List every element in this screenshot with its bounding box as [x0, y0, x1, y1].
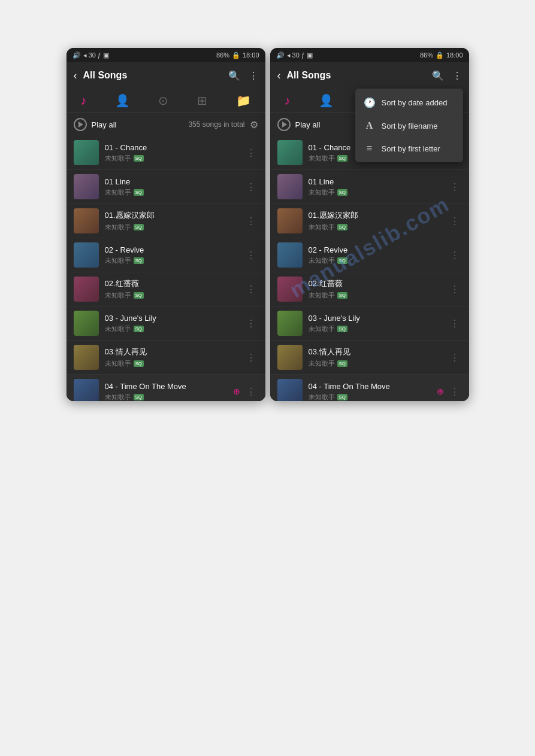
status-bar-right: 🔊 ◂ 30 ƒ ▣ 86% 🔒 18:00 — [270, 48, 469, 62]
sort-date-label: Sort by date added — [382, 98, 448, 107]
song-more-r8[interactable]: ⋮ — [448, 384, 462, 400]
song-item-5[interactable]: 02.红蔷薇 未知歌手 SQ ⋮ — [67, 272, 265, 306]
song-item-1[interactable]: 01 - Chance 未知歌手 SQ ⋮ — [67, 136, 265, 170]
play-all-button-left[interactable] — [74, 118, 87, 131]
song-item-r4[interactable]: 02 - Revive 未知歌手 SQ ⋮ — [270, 238, 469, 272]
play-all-bar-left: Play all 355 songs in total ⚙ — [67, 113, 265, 136]
song-more-8[interactable]: ⋮ — [244, 384, 258, 400]
song-thumb-8 — [74, 379, 99, 401]
tab-grid-left[interactable]: ⊞ — [194, 92, 211, 109]
song-more-7[interactable]: ⋮ — [244, 350, 258, 366]
sort-date-item[interactable]: 🕐 Sort by date added — [355, 91, 463, 114]
page-title-left: All Songs — [83, 70, 228, 81]
song-item-8[interactable]: 04 - Time On The Move 未知歌手 SQ ⊕ ⋮ — [67, 375, 265, 401]
sort-letter-label: Sort by first letter — [382, 144, 440, 153]
play-triangle-right — [282, 122, 287, 127]
song-more-r4[interactable]: ⋮ — [448, 247, 462, 263]
song-title-r6: 03 - June's Lily — [309, 314, 448, 323]
song-thumb-r6 — [277, 311, 303, 336]
tab-folder-left[interactable]: 📁 — [232, 92, 255, 109]
song-item-r8[interactable]: 04 - Time On The Move 未知歌手 SQ ⊕ ⋮ — [270, 375, 469, 401]
song-info-r3: 01.愿嫁汉家郎 未知歌手 SQ — [309, 210, 448, 232]
back-button-right[interactable]: ‹ — [277, 69, 281, 82]
header-icons-right: 🔍 ⋮ — [432, 70, 462, 81]
status-left: 🔊 ◂ 30 ƒ ▣ — [72, 51, 110, 59]
song-title-7: 03.情人再见 — [105, 347, 244, 357]
battery-pct: 86% — [216, 51, 229, 59]
song-item-r3[interactable]: 01.愿嫁汉家郎 未知歌手 SQ ⋮ — [270, 204, 469, 238]
song-thumb-r2 — [277, 174, 303, 199]
song-more-6[interactable]: ⋮ — [244, 315, 258, 332]
song-item-4[interactable]: 02 - Revive 未知歌手 SQ ⋮ — [67, 238, 265, 272]
song-artist-r8: 未知歌手 SQ — [309, 393, 437, 402]
tab-bar-left: ♪ 👤 ⊙ ⊞ 📁 — [67, 89, 265, 113]
song-list-right: 01 - Chance 未知歌手 SQ ⋮ 01 Line 未知歌手 SQ — [270, 136, 469, 401]
song-more-r2[interactable]: ⋮ — [448, 179, 462, 195]
song-item-r6[interactable]: 03 - June's Lily 未知歌手 SQ ⋮ — [270, 306, 469, 341]
sort-letter-icon: ≡ — [364, 143, 376, 154]
song-item-r2[interactable]: 01 Line 未知歌手 SQ ⋮ — [270, 170, 469, 204]
song-more-2[interactable]: ⋮ — [244, 179, 258, 195]
sort-filename-item[interactable]: A Sort by filename — [355, 114, 463, 137]
more-icon-right[interactable]: ⋮ — [452, 70, 462, 81]
song-thumb-1 — [74, 140, 99, 165]
sq-badge-8: SQ — [134, 394, 144, 400]
sq-badge-r5: SQ — [337, 292, 348, 299]
song-item-6[interactable]: 03 - June's Lily 未知歌手 SQ ⋮ — [67, 306, 265, 341]
sq-badge-r7: SQ — [337, 360, 348, 367]
song-more-r6[interactable]: ⋮ — [448, 315, 462, 332]
tab-albums-left[interactable]: ⊙ — [155, 92, 172, 109]
song-more-r5[interactable]: ⋮ — [448, 281, 462, 297]
song-thumb-7 — [74, 345, 99, 370]
song-info-1: 01 - Chance 未知歌手 SQ — [105, 143, 244, 163]
back-button-left[interactable]: ‹ — [74, 69, 77, 82]
song-more-r3[interactable]: ⋮ — [448, 213, 462, 229]
tab-music-right[interactable]: ♪ — [280, 93, 294, 109]
song-info-8: 04 - Time On The Move 未知歌手 SQ — [105, 382, 233, 402]
song-title-r7: 03.情人再见 — [309, 347, 448, 357]
sq-badge-r2: SQ — [337, 189, 348, 196]
search-icon-right[interactable]: 🔍 — [432, 70, 444, 81]
song-list-left: 01 - Chance 未知歌手 SQ ⋮ 01 Line 未知歌手 SQ — [67, 136, 265, 401]
song-item-r7[interactable]: 03.情人再见 未知歌手 SQ ⋮ — [270, 341, 469, 375]
more-icon-left[interactable]: ⋮ — [249, 70, 258, 81]
sq-badge-4: SQ — [134, 257, 144, 264]
search-icon-left[interactable]: 🔍 — [228, 70, 240, 81]
play-triangle-left — [78, 122, 83, 127]
song-title-r8: 04 - Time On The Move — [309, 382, 437, 391]
song-item-r5[interactable]: 02.红蔷薇 未知歌手 SQ ⋮ — [270, 272, 469, 306]
song-artist-1: 未知歌手 SQ — [105, 154, 244, 163]
song-more-3[interactable]: ⋮ — [244, 213, 258, 229]
phones-container: 🔊 ◂ 30 ƒ ▣ 86% 🔒 18:00 ‹ All Songs 🔍 ⋮ ♪… — [67, 48, 469, 401]
song-thumb-6 — [74, 311, 99, 336]
song-artist-6: 未知歌手 SQ — [105, 324, 244, 333]
song-item-3[interactable]: 01.愿嫁汉家郎 未知歌手 SQ ⋮ — [67, 204, 265, 238]
song-info-r4: 02 - Revive 未知歌手 SQ — [309, 245, 448, 265]
song-more-1[interactable]: ⋮ — [244, 145, 258, 161]
status-bar-left: 🔊 ◂ 30 ƒ ▣ 86% 🔒 18:00 — [67, 48, 265, 62]
song-more-r7[interactable]: ⋮ — [448, 350, 462, 366]
song-info-r2: 01 Line 未知歌手 SQ — [309, 177, 448, 197]
status-right-right: 86% 🔒 18:00 — [420, 51, 463, 59]
tab-artists-right[interactable]: 👤 — [315, 92, 337, 109]
sort-letter-item[interactable]: ≡ Sort by first letter — [355, 137, 463, 160]
sq-badge-r8: SQ — [337, 394, 348, 400]
song-artist-r4: 未知歌手 SQ — [309, 256, 448, 265]
filter-icon-left[interactable]: ⚙ — [250, 119, 258, 130]
song-title-r3: 01.愿嫁汉家郎 — [309, 210, 448, 221]
sq-badge-r1: SQ — [337, 155, 348, 162]
sq-badge-5: SQ — [134, 292, 144, 299]
song-more-5[interactable]: ⋮ — [244, 281, 258, 297]
tab-artists-left[interactable]: 👤 — [111, 92, 134, 109]
play-all-button-right[interactable] — [277, 118, 291, 131]
song-thumb-r1 — [277, 140, 303, 165]
song-title-6: 03 - June's Lily — [105, 314, 244, 323]
song-thumb-r4 — [277, 242, 303, 268]
tab-music-left[interactable]: ♪ — [77, 93, 90, 109]
status-number: ◂ 30 ƒ ▣ — [83, 51, 110, 59]
song-item-2[interactable]: 01 Line 未知歌手 SQ ⋮ — [67, 170, 265, 204]
song-more-4[interactable]: ⋮ — [244, 247, 258, 263]
song-title-8: 04 - Time On The Move — [105, 382, 233, 391]
song-title-5: 02.红蔷薇 — [105, 278, 244, 289]
song-item-7[interactable]: 03.情人再见 未知歌手 SQ ⋮ — [67, 341, 265, 375]
